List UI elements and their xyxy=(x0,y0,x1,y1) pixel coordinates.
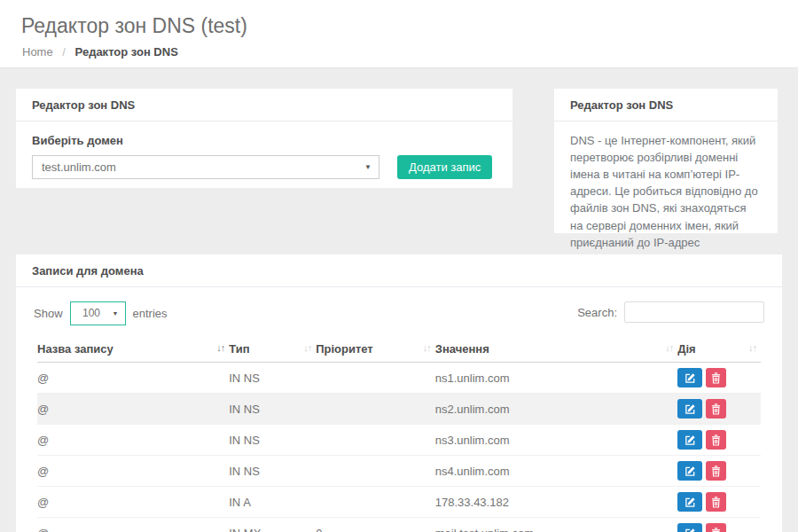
cell-record-priority xyxy=(316,456,435,487)
table-row: @IN NSns1.unlim.com xyxy=(37,363,761,394)
column-label: Дія xyxy=(677,342,695,356)
show-label: Show xyxy=(34,307,63,320)
table-row: @IN NSns3.unlim.com xyxy=(37,425,761,456)
records-table-wrap: Назва запису↓↑Тип↓↑Пріоритет↓↑Значення↓↑… xyxy=(16,338,782,532)
trash-icon xyxy=(711,528,721,532)
records-table-body: @IN NSns1.unlim.com@IN NSns2.unlim.com@I… xyxy=(37,363,761,532)
page-length-control: Show 100 ▼ entries xyxy=(34,301,168,325)
cell-actions xyxy=(677,456,761,487)
cell-record-name: @ xyxy=(37,456,229,487)
add-record-button[interactable]: Додати запис xyxy=(397,155,492,179)
trash-icon xyxy=(711,372,721,384)
records-table: Назва запису↓↑Тип↓↑Пріоритет↓↑Значення↓↑… xyxy=(37,338,761,532)
cell-actions xyxy=(677,425,761,456)
cell-record-name: @ xyxy=(37,518,229,532)
delete-record-button[interactable] xyxy=(706,492,726,512)
edit-pencil-icon xyxy=(685,372,696,384)
domain-select-label: Виберіть домен xyxy=(32,134,497,147)
column-label: Значення xyxy=(435,342,489,356)
edit-record-button[interactable] xyxy=(677,430,702,450)
cell-actions xyxy=(677,394,761,425)
delete-record-button[interactable] xyxy=(706,523,726,532)
column-header-4[interactable]: Значення↓↑ xyxy=(435,338,677,363)
dns-info-card: Редактор зон DNS DNS - це Інтернет-компо… xyxy=(554,89,778,233)
delete-record-button[interactable] xyxy=(706,430,726,450)
cell-record-priority xyxy=(316,487,435,518)
records-table-header-row: Назва запису↓↑Тип↓↑Пріоритет↓↑Значення↓↑… xyxy=(37,338,761,363)
search-control: Search: xyxy=(577,301,764,323)
cell-record-name: @ xyxy=(37,363,229,394)
trash-icon xyxy=(711,497,721,508)
column-label: Пріоритет xyxy=(316,342,373,356)
edit-pencil-icon xyxy=(685,434,696,446)
edit-record-button[interactable] xyxy=(677,399,702,419)
edit-record-button[interactable] xyxy=(677,523,702,532)
column-label: Назва запису xyxy=(37,342,113,356)
cell-record-value: ns1.unlim.com xyxy=(435,363,677,394)
search-input[interactable] xyxy=(624,301,764,323)
column-header-5[interactable]: Дія↓↑ xyxy=(677,338,761,363)
delete-record-button[interactable] xyxy=(706,399,726,419)
delete-record-button[interactable] xyxy=(706,461,726,481)
cell-actions xyxy=(677,518,761,532)
caret-down-icon: ▼ xyxy=(364,156,372,178)
edit-pencil-icon xyxy=(685,497,696,508)
domain-card-title: Редактор зон DNS xyxy=(16,89,512,121)
sort-arrows-icon: ↓↑ xyxy=(423,342,431,353)
cell-record-value: 178.33.43.182 xyxy=(435,487,677,518)
edit-pencil-icon xyxy=(685,528,696,532)
cell-record-type: IN MX xyxy=(229,518,316,532)
cell-record-priority xyxy=(316,394,435,425)
search-label: Search: xyxy=(577,306,617,319)
breadcrumb-current: Редактор зон DNS xyxy=(75,45,178,59)
edit-pencil-icon xyxy=(685,466,696,477)
cell-record-type: IN NS xyxy=(229,394,316,425)
cell-record-value: mail.test.unlim.com. xyxy=(435,518,677,532)
cell-actions xyxy=(677,487,761,518)
sort-arrows-icon: ↓↑ xyxy=(665,342,673,353)
info-card-title: Редактор зон DNS xyxy=(554,89,778,121)
cell-record-value: ns2.unlim.com xyxy=(435,394,677,425)
domain-select[interactable]: test.unlim.com ▼ xyxy=(32,155,379,179)
page-length-select[interactable]: 100 ▼ xyxy=(70,301,126,325)
column-header-1[interactable]: Назва запису↓↑ xyxy=(37,338,229,363)
domain-select-value: test.unlim.com xyxy=(42,160,116,174)
table-controls: Show 100 ▼ entries Search: xyxy=(16,287,782,338)
cell-record-name: @ xyxy=(37,394,229,425)
sort-arrows-icon: ↓↑ xyxy=(303,342,311,353)
records-card-title: Записи для домена xyxy=(16,254,782,287)
table-row: @IN NSns4.unlim.com xyxy=(37,456,761,487)
page-title: Редактор зон DNS (test) xyxy=(21,14,247,38)
column-label: Тип xyxy=(229,342,249,356)
table-row: @IN A178.33.43.182 xyxy=(37,487,761,518)
dns-description-text: DNS - це Інтернет-компонент, який перетв… xyxy=(554,121,778,262)
edit-record-button[interactable] xyxy=(677,461,702,481)
cell-record-value: ns3.unlim.com xyxy=(435,425,677,456)
cell-record-type: IN NS xyxy=(229,425,316,456)
cell-record-name: @ xyxy=(37,487,229,518)
page-length-value: 100 xyxy=(82,307,100,319)
records-card: Записи для домена Show 100 ▼ entries Sea… xyxy=(16,254,782,532)
caret-down-icon: ▼ xyxy=(113,302,119,325)
page-header-band: Редактор зон DNS (test) Home / Редактор … xyxy=(0,0,798,68)
cell-record-type: IN NS xyxy=(229,456,316,487)
column-header-2[interactable]: Тип↓↑ xyxy=(229,338,316,363)
table-row: @IN MX0mail.test.unlim.com. xyxy=(37,518,761,532)
breadcrumb: Home / Редактор зон DNS xyxy=(22,45,178,59)
edit-record-button[interactable] xyxy=(677,368,702,387)
column-header-3[interactable]: Пріоритет↓↑ xyxy=(316,338,435,363)
cell-record-value: ns4.unlim.com xyxy=(435,456,677,487)
cell-record-priority: 0 xyxy=(316,518,435,532)
sort-arrows-icon: ↓↑ xyxy=(216,342,224,353)
cell-record-type: IN NS xyxy=(229,363,316,394)
edit-pencil-icon xyxy=(685,403,696,415)
cell-record-priority xyxy=(316,425,435,456)
cell-actions xyxy=(677,363,761,394)
cell-record-name: @ xyxy=(37,425,229,456)
sort-arrows-icon: ↓↑ xyxy=(748,342,756,353)
delete-record-button[interactable] xyxy=(706,368,726,387)
domain-selector-card: Редактор зон DNS Виберіть домен test.unl… xyxy=(16,89,512,188)
breadcrumb-home-link[interactable]: Home xyxy=(22,45,53,59)
edit-record-button[interactable] xyxy=(677,492,702,512)
trash-icon xyxy=(711,403,721,415)
